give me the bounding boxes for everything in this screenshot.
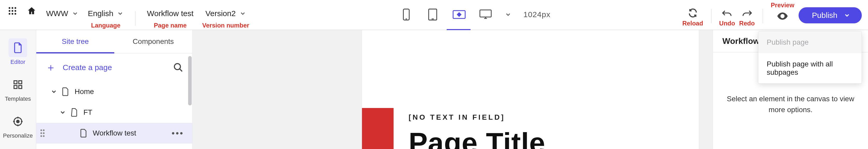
language-selector[interactable]: English [83,7,128,20]
svg-point-29 [175,64,180,70]
tree-panel: Site tree Components ＋ Create a page [36,30,193,149]
page-name-caption: Page name [154,22,187,29]
page-title: Page Title [409,126,546,149]
svg-rect-11 [429,9,437,20]
svg-point-8 [14,13,16,15]
create-page-row: ＋ Create a page [36,53,192,81]
chevron-down-icon[interactable] [48,88,60,95]
tab-components-label: Components [133,38,174,46]
home-icon[interactable] [25,5,38,17]
divider [711,9,712,23]
tree-item-label: Home [74,88,94,96]
rail-editor[interactable]: Editor [0,35,36,69]
publish-page-with-subpages-item[interactable]: Publish page with all subpages [758,53,862,83]
rail-editor-label: Editor [10,59,25,66]
reload-icon [687,7,699,19]
svg-point-6 [8,13,10,15]
create-page-label: Create a page [63,63,112,72]
reload-button[interactable]: Reload [682,2,703,27]
more-icon[interactable]: ••• [172,128,184,139]
redo-button[interactable]: Redo [739,2,755,27]
svg-point-24 [17,120,19,123]
rail-personalize[interactable]: Personalize [0,108,36,143]
svg-point-36 [43,135,44,137]
tree-tabs: Site tree Components [36,30,192,53]
version-selector[interactable]: Version2 [201,7,251,20]
create-page-button[interactable]: ＋ Create a page [45,60,112,74]
rail-templates-label: Templates [5,96,31,102]
device-tablet-landscape-icon[interactable] [452,7,466,22]
undo-button[interactable]: Undo [719,2,735,27]
chevron-down-icon[interactable] [57,109,68,116]
page-name[interactable]: Workflow test [142,7,198,20]
svg-point-35 [40,135,42,137]
reload-label: Reload [682,20,703,27]
redo-icon [741,7,753,19]
divider [135,11,135,26]
redo-label: Redo [739,20,755,27]
chevron-down-icon [844,12,850,19]
svg-point-0 [8,7,10,9]
undo-icon [721,7,733,19]
tab-site-tree[interactable]: Site tree [36,30,114,53]
svg-point-4 [12,10,13,12]
svg-point-3 [8,10,10,12]
topbar-left [0,0,38,15]
svg-marker-14 [457,13,461,16]
scrollbar[interactable] [188,53,192,149]
undo-label: Undo [719,20,735,27]
svg-point-33 [40,132,42,134]
version-caption: Version number [203,22,249,29]
chevron-down-icon [240,10,246,17]
tree-item-ft[interactable]: FT [36,102,192,123]
publish-label: Publish [812,11,837,20]
personalize-icon [8,112,27,131]
device-phone-icon[interactable] [399,7,413,22]
svg-point-34 [43,132,44,134]
editor-icon [8,39,27,57]
tree-item-label: FT [84,108,92,117]
svg-point-1 [12,7,13,9]
templates-icon [8,75,27,94]
tree-item-workflow-test[interactable]: Workflow test ••• [36,123,192,144]
tree-item-home[interactable]: Home [36,81,192,102]
version-selector-label: Version2 [206,9,236,18]
rail-templates[interactable]: Templates [0,72,36,106]
scrollbar-thumb[interactable] [188,56,192,105]
hero-red-block [362,108,394,149]
divider [763,9,763,23]
drag-handle-icon[interactable] [40,129,45,137]
svg-point-31 [40,129,42,131]
tab-components[interactable]: Components [114,30,192,53]
device-switcher: 1024px [399,7,550,22]
search-icon[interactable] [173,62,183,73]
svg-point-18 [781,15,783,17]
tree-list: Home FT Workflow test [36,81,192,149]
svg-point-2 [14,7,16,9]
device-desktop-icon[interactable] [478,7,493,22]
page-frame: [NO TEXT IN FIELD] Page Title [362,30,699,149]
svg-point-7 [12,13,13,15]
svg-rect-19 [14,81,17,84]
file-icon [60,87,71,96]
publish-page-item[interactable]: Publish page [758,31,862,53]
svg-point-5 [14,10,16,12]
canvas-width-label: 1024px [523,10,550,19]
language-caption: Language [91,22,120,29]
svg-line-30 [180,69,182,71]
site-selector[interactable]: WWW [41,7,83,20]
tree-item-label: Workflow test [93,129,136,137]
inspector-hint: Select an element in the canvas to view … [724,94,857,115]
svg-rect-20 [19,81,22,84]
device-tablet-portrait-icon[interactable] [426,7,440,22]
svg-rect-15 [480,10,491,17]
language-selector-label: English [88,9,113,18]
svg-rect-9 [403,9,409,20]
apps-icon[interactable] [6,5,19,17]
svg-point-32 [43,129,44,131]
preview-button[interactable]: Preview [771,2,795,23]
device-width-dropdown[interactable] [505,11,512,18]
field-placeholder: [NO TEXT IN FIELD] [409,113,505,122]
publish-button[interactable]: Publish [799,7,862,23]
eye-icon [775,9,790,23]
